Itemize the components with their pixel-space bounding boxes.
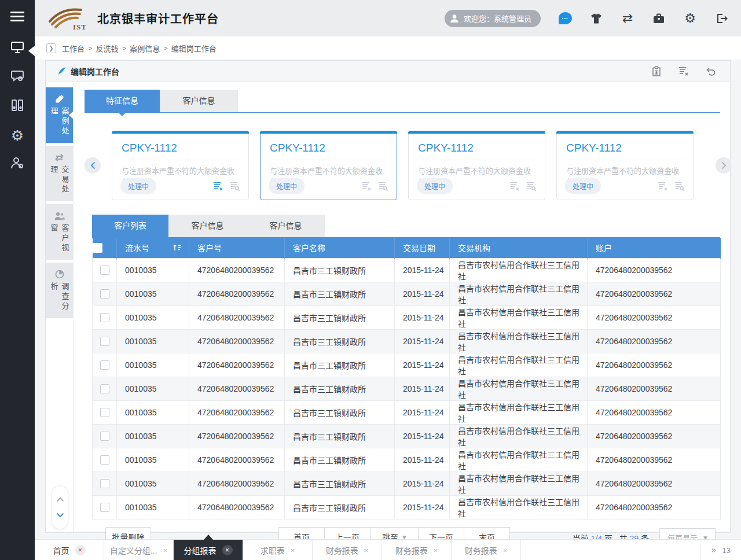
report-export-button[interactable] [651, 66, 662, 77]
bottom-tab-group-report[interactable]: 分组报表 × [174, 540, 243, 560]
column-customer-no[interactable]: 客户号 [189, 238, 285, 258]
table-row[interactable]: 0010035 47206480200039562 昌吉市三工镇财政所 2015… [93, 377, 721, 400]
row-checkbox[interactable] [100, 289, 109, 299]
tab-label: 自定义分组... [110, 544, 157, 556]
close-icon[interactable]: × [222, 545, 233, 555]
row-checkbox[interactable] [100, 360, 109, 370]
side-tab-case-processing[interactable]: 案例处理 [46, 87, 73, 143]
close-icon[interactable]: × [434, 547, 438, 554]
table-row[interactable]: 0010035 47206480200039562 昌吉市三工镇财政所 2015… [93, 495, 721, 519]
bottom-tab-finance-report-1[interactable]: 财务报表 × [313, 540, 382, 560]
workspace-button[interactable] [652, 12, 666, 25]
sort-icon[interactable] [173, 244, 182, 252]
column-label: 流水号 [125, 244, 149, 253]
case-card[interactable]: CPKY-1112 与注册资本严重不符的大额资金收付 处理中 [408, 131, 545, 200]
switch-system-button[interactable]: ⇄ [621, 12, 634, 25]
document-search-button[interactable] [377, 181, 388, 191]
settings-button[interactable]: ⚙ [683, 12, 697, 25]
breadcrumb-item[interactable]: 反洗钱 [96, 43, 119, 54]
cell-trade-org: 昌吉市农村信用合作联社三工信用社 [450, 329, 588, 353]
row-checkbox[interactable] [100, 337, 109, 346]
row-checkbox[interactable] [100, 313, 109, 322]
side-tab-transaction-processing[interactable]: 交易处理 [46, 146, 73, 201]
table-row[interactable]: 0010035 47206480200039562 昌吉市三工镇财政所 2015… [93, 448, 721, 471]
remove-record-button[interactable] [678, 66, 689, 76]
side-tab-customer-view[interactable]: 客户视窗 [46, 204, 73, 260]
row-checkbox[interactable] [100, 432, 109, 441]
bottom-tab-finance-report-2[interactable]: 财务报表 × [382, 540, 452, 560]
bottom-tab-finance-report-3[interactable]: 财务报表 × [452, 540, 521, 560]
tab-customer-info[interactable]: 客户信息 [160, 90, 238, 112]
table-row[interactable]: 0010035 47206480200039562 昌吉市三工镇财政所 2015… [93, 424, 721, 448]
row-checkbox[interactable] [100, 455, 109, 465]
undo-button[interactable] [705, 66, 716, 76]
scroll-down-icon[interactable] [56, 513, 64, 518]
case-card[interactable]: CPKY-1112 与注册资本严重不符的大额资金收付 处理中 [112, 131, 249, 200]
row-checkbox[interactable] [100, 479, 109, 488]
case-card-selected[interactable]: CPKY-1112 与注册资本严重不符的大额资金收付 处理中 [260, 131, 397, 200]
hidden-tabs-control[interactable]: » 13 [700, 540, 741, 560]
column-trade-org[interactable]: 交易机构 [450, 238, 588, 258]
user-welcome-badge[interactable]: 欢迎您：系统管理员 [445, 10, 541, 27]
table-row[interactable]: 0010035 47206480200039562 昌吉市三工镇财政所 2015… [93, 258, 721, 282]
breadcrumb-expand-icon[interactable]: ❯ [46, 43, 56, 53]
table-row[interactable]: 0010035 47206480200039562 昌吉市三工镇财政所 2015… [93, 329, 721, 353]
document-remove-button[interactable] [509, 181, 520, 191]
carousel-next-button[interactable] [716, 157, 732, 174]
close-icon[interactable]: × [163, 547, 168, 554]
chat-settings-icon [10, 70, 24, 85]
tab-customer-info-2[interactable]: 客户信息 [168, 215, 247, 237]
cell-customer-no: 47206480200039562 [189, 353, 285, 377]
close-icon[interactable]: × [291, 547, 295, 554]
case-card[interactable]: CPKY-1112 与注册资本严重不符的大额资金收付 处理中 [556, 131, 694, 200]
row-checkbox[interactable] [100, 408, 109, 417]
tab-feature-info[interactable]: 特征信息 [85, 90, 160, 112]
close-icon[interactable]: × [503, 547, 508, 554]
tab-customer-list[interactable]: 客户列表 [92, 215, 168, 237]
close-icon[interactable]: × [364, 547, 369, 554]
carousel-prev-button[interactable] [85, 157, 101, 174]
table-row[interactable]: 0010035 47206480200039562 昌吉市三工镇财政所 2015… [93, 471, 721, 495]
theme-button[interactable] [589, 12, 603, 25]
table-row[interactable]: 0010035 47206480200039562 昌吉市三工镇财政所 2015… [93, 400, 721, 424]
table-row[interactable]: 0010035 47206480200039562 昌吉市三工镇财政所 2015… [93, 353, 721, 377]
bottom-tab-job-form[interactable]: 求职表 × [243, 540, 313, 560]
sidebar-item-user-management[interactable] [0, 150, 35, 179]
bottom-tab-custom-group[interactable]: 自定义分组... × [104, 540, 174, 560]
hamburger-menu-icon[interactable] [10, 12, 24, 21]
briefcase-icon [652, 13, 665, 24]
bottom-tab-home[interactable]: 首页 × [35, 540, 104, 560]
row-checkbox[interactable] [100, 503, 109, 512]
messages-button[interactable]: ··· [558, 12, 572, 25]
column-account[interactable]: 账户 [588, 238, 721, 258]
sidebar-item-system-settings[interactable]: ⚙ [0, 121, 35, 150]
document-remove-button[interactable] [212, 181, 223, 191]
table-row[interactable]: 0010035 47206480200039562 昌吉市三工镇财政所 2015… [93, 282, 721, 305]
breadcrumb-item[interactable]: 工作台 [62, 43, 85, 54]
select-all-checkbox[interactable] [93, 243, 102, 253]
tab-label: 分组报表 [184, 544, 217, 556]
clipboard-upload-icon [651, 66, 662, 77]
column-customer-name[interactable]: 客户名称 [285, 238, 395, 258]
row-checkbox[interactable] [100, 266, 109, 275]
cell-customer-name: 昌吉市三工镇财政所 [285, 258, 395, 282]
document-remove-button[interactable] [361, 181, 372, 191]
close-icon[interactable]: × [75, 545, 86, 555]
column-trade-date[interactable]: 交易日期 [395, 238, 450, 258]
table-row[interactable]: 0010035 47206480200039562 昌吉市三工镇财政所 2015… [93, 305, 721, 329]
document-search-button[interactable] [674, 181, 685, 191]
gears-icon: ⚙ [11, 128, 24, 143]
document-remove-button[interactable] [657, 181, 668, 191]
sidebar-item-messages[interactable] [0, 63, 35, 92]
sidebar-item-archives[interactable] [0, 92, 35, 121]
side-tab-investigation-analysis[interactable]: 调查分析 [46, 263, 73, 318]
document-search-button[interactable] [229, 181, 240, 191]
cell-account: 47206480200039562 [588, 448, 721, 471]
logout-button[interactable] [714, 12, 728, 25]
scroll-up-icon[interactable] [56, 497, 64, 502]
row-checkbox[interactable] [100, 384, 109, 393]
tab-customer-info-3[interactable]: 客户信息 [247, 215, 325, 237]
document-search-button[interactable] [526, 181, 537, 191]
breadcrumb-item[interactable]: 案例信息 [130, 43, 160, 54]
cell-account: 47206480200039562 [588, 329, 721, 353]
